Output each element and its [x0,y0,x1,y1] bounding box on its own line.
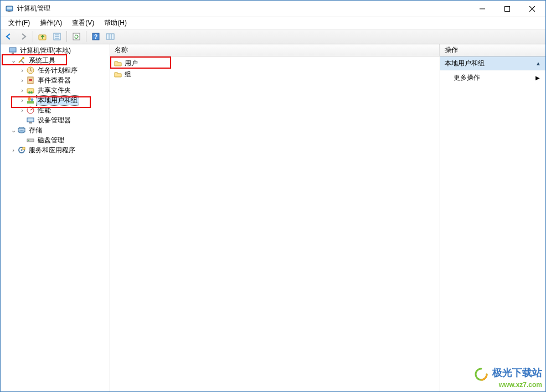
toolbar-up-button[interactable] [37,30,49,43]
tree-item-storage[interactable]: ⌄ 存储 [9,125,110,135]
list-item-label: 用户 [125,59,138,68]
storage-icon [17,126,26,135]
action-pane: 操作 本地用户和组 ▲ 更多操作 ▶ [440,44,545,391]
tree-item-system-tools[interactable]: ⌄ 系统工具 [9,55,110,65]
action-item-label: 更多操作 [454,73,480,82]
svg-rect-2 [8,11,11,12]
tree-label: 存储 [28,126,43,135]
svg-point-26 [30,91,33,94]
tree-root: 计算机管理(本地) ⌄ 系统工具 [1,45,110,155]
svg-rect-18 [9,48,16,52]
expand-toggle[interactable]: › [18,107,26,114]
svg-point-25 [28,91,30,94]
expand-toggle[interactable]: › [18,87,26,94]
tree-label: 共享文件夹 [37,86,72,95]
refresh-icon [72,32,81,41]
svg-rect-23 [29,79,32,81]
tree-label: 设备管理器 [37,116,72,125]
toolbar-refresh-button[interactable] [70,30,83,43]
svg-rect-4 [504,6,509,11]
device-manager-icon [26,116,35,125]
folder-icon [114,59,122,68]
list-item-groups[interactable]: 组 [110,69,440,80]
action-group-label: 本地用户和组 [445,59,485,68]
toolbar: ? [1,29,545,44]
svg-point-37 [28,140,29,141]
menu-view[interactable]: 查看(V) [68,17,99,29]
toolbar-separator [66,31,67,42]
svg-point-35 [18,131,25,133]
expand-toggle[interactable]: › [18,97,26,104]
expand-toggle[interactable]: › [9,147,17,153]
window-title: 计算机管理 [17,4,470,13]
tree-item-device-manager[interactable]: 设备管理器 [18,115,110,125]
svg-text:?: ? [94,34,97,40]
computer-icon [8,46,17,55]
list-body[interactable]: 用户 组 [110,56,440,391]
tree-label: 磁盘管理 [37,136,65,145]
menu-action[interactable]: 操作(A) [35,17,66,29]
clock-icon [26,66,35,75]
disk-icon [26,136,35,145]
users-icon [26,96,35,105]
menubar: 文件(F) 操作(A) 查看(V) 帮助(H) [1,17,545,29]
list-item-users[interactable]: 用户 [110,58,440,69]
expand-toggle[interactable]: › [18,67,26,74]
expand-toggle[interactable]: › [18,77,26,84]
tree-item-event-viewer[interactable]: › 事件查看器 [18,75,110,85]
close-button[interactable] [519,1,544,17]
tree-item-services-apps[interactable]: › 服务和应用程序 [9,145,110,155]
services-icon [17,146,26,154]
toolbar-help-button[interactable]: ? [90,30,102,43]
tools-icon [17,56,26,65]
svg-rect-19 [12,53,14,54]
folder-icon [114,70,122,79]
tree-label: 服务和应用程序 [28,146,76,155]
minimize-button[interactable] [470,1,495,17]
toolbar-properties-button[interactable] [51,30,63,43]
tree-item-performance[interactable]: › 性能 [18,105,110,115]
toolbar-forward-button[interactable] [17,30,29,43]
tree-label: 性能 [37,106,52,115]
tree-label: 事件查看器 [37,76,72,85]
action-pane-header: 操作 [440,44,545,56]
tree-label: 本地用户和组 [37,96,79,105]
help-icon: ? [91,32,100,41]
tree-item-local-users[interactable]: › 本地用户和组 [18,95,110,105]
tree-item-task-scheduler[interactable]: › 任务计划程序 [18,65,110,75]
caret-up-icon: ▲ [535,60,541,66]
svg-rect-31 [27,118,34,122]
collapse-toggle[interactable]: ⌄ [9,57,17,64]
list-item-label: 组 [125,70,131,79]
menu-help[interactable]: 帮助(H) [100,17,131,29]
toolbar-showhide-button[interactable] [104,30,116,43]
tree-label: 计算机管理(本地) [19,46,72,55]
svg-rect-24 [27,89,34,93]
list-pane: 名称 用户 组 [110,44,440,391]
svg-rect-32 [29,122,32,123]
tree-pane[interactable]: 计算机管理(本地) ⌄ 系统工具 [1,44,110,391]
shared-folder-icon [26,86,35,95]
svg-rect-36 [27,139,34,142]
action-more-actions[interactable]: 更多操作 ▶ [440,70,545,85]
tree-item-computer-management[interactable]: 计算机管理(本地) [1,45,110,55]
arrow-right-icon: ▶ [535,75,540,81]
svg-rect-29 [27,101,34,104]
maximize-button[interactable] [495,1,519,17]
list-header: 名称 [110,44,440,56]
column-header-name[interactable]: 名称 [110,44,440,56]
tree-item-shared-folders[interactable]: › 共享文件夹 [18,85,110,95]
toolbar-separator [33,31,33,42]
toolbar-separator [86,31,86,42]
tree-item-disk-management[interactable]: 磁盘管理 [18,135,110,145]
svg-point-28 [31,99,34,101]
svg-rect-15 [106,34,114,39]
performance-icon [26,106,35,115]
collapse-toggle[interactable]: ⌄ [9,127,17,134]
folder-up-icon [38,32,47,41]
properties-icon [53,32,61,41]
svg-point-39 [21,149,23,151]
toolbar-back-button[interactable] [3,30,15,43]
menu-file[interactable]: 文件(F) [4,17,34,29]
action-group-title[interactable]: 本地用户和组 ▲ [440,56,545,70]
